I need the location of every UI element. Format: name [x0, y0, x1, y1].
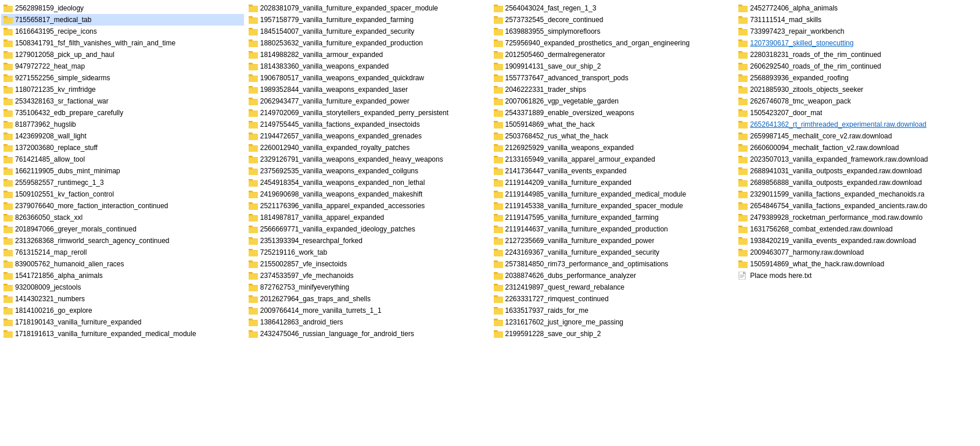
list-item[interactable]: 947972722_heat_map: [1, 60, 244, 72]
list-item[interactable]: 2652641362_rt_rimthreaded_experimental.r…: [736, 119, 979, 130]
list-item[interactable]: 2018947066_greyer_morals_continued: [1, 223, 244, 235]
list-item[interactable]: 2260012940_vanilla_expanded_royalty_patc…: [246, 142, 489, 154]
list-item[interactable]: 761315214_map_reroll: [1, 247, 244, 258]
list-item[interactable]: 839005762_humanoid_alien_races: [1, 258, 244, 270]
list-item[interactable]: 1957158779_vanilla_furniture_expanded_fa…: [246, 14, 489, 26]
list-item[interactable]: 1505423207_door_mat: [736, 107, 979, 119]
list-item[interactable]: 2119144637_vanilla_furniture_expanded_pr…: [491, 223, 734, 235]
list-item[interactable]: 731111514_mad_skills: [736, 14, 979, 26]
list-item[interactable]: 761421485_allow_tool: [1, 154, 244, 165]
list-item[interactable]: 2263331727_rimquest_continued: [491, 293, 734, 305]
list-item[interactable]: 2062943477_vanilla_furniture_expanded_po…: [246, 95, 489, 107]
list-item[interactable]: 2194472657_vanilla_weapons_expanded_gren…: [246, 130, 489, 142]
list-item[interactable]: 1557737647_advanced_transport_pods: [491, 72, 734, 84]
list-item[interactable]: 2543371889_enable_oversized_weapons: [491, 107, 734, 119]
list-item[interactable]: 2007061826_vgp_vegetable_garden: [491, 95, 734, 107]
list-item[interactable]: 2243169367_vanilla_furniture_expanded_se…: [491, 247, 734, 258]
list-item[interactable]: 2141736447_vanilla_events_expanded: [491, 165, 734, 177]
list-item[interactable]: 1814987817_vanilla_apparel_expanded: [246, 212, 489, 223]
list-item[interactable]: 2374533597_vfe_mechanoids: [246, 270, 489, 281]
list-item[interactable]: 2568893936_expanded_roofing: [736, 72, 979, 84]
list-item[interactable]: 1989352844_vanilla_weapons_expanded_lase…: [246, 84, 489, 95]
list-item[interactable]: 2155002857_vfe_insectoids: [246, 258, 489, 270]
list-item[interactable]: 2046222331_trader_ships: [491, 84, 734, 95]
list-item[interactable]: 2654846754_vanilla_factions_expanded_anc…: [736, 200, 979, 212]
list-item[interactable]: 2119144209_vanilla_furniture_expanded: [491, 177, 734, 188]
list-item[interactable]: 1541721856_alpha_animals: [1, 270, 244, 281]
list-item[interactable]: 733997423_repair_workbench: [736, 26, 979, 37]
list-item[interactable]: 2028381079_vanilla_furniture_expanded_sp…: [246, 2, 489, 14]
list-item[interactable]: 2534328163_sr_factional_war: [1, 95, 244, 107]
list-item[interactable]: 1616643195_recipe_icons: [1, 26, 244, 37]
list-item[interactable]: 2149702069_vanilla_storytellers_expanded…: [246, 107, 489, 119]
list-item[interactable]: 2689856888_vanilla_outposts_expanded.raw…: [736, 177, 979, 188]
list-item[interactable]: 2688941031_vanilla_outposts_expanded.raw…: [736, 165, 979, 177]
list-item[interactable]: 2452772406_alpha_animals: [736, 2, 979, 14]
list-item[interactable]: 1505914869_what_the_hack.raw.download: [736, 258, 979, 270]
list-item[interactable]: 1505914869_what_the_hack: [491, 119, 734, 130]
list-item[interactable]: 1180721235_kv_rimfridge: [1, 84, 244, 95]
list-item[interactable]: 2199591228_save_our_ship_2: [491, 328, 734, 340]
list-item[interactable]: 2573814850_rim73_performance_and_optimis…: [491, 258, 734, 270]
list-item[interactable]: 9271552256_simple_sidearms: [1, 72, 244, 84]
list-item[interactable]: 2126925929_vanilla_weapons_expanded: [491, 142, 734, 154]
list-item[interactable]: 1906780517_vanilla_weapons_expanded_quic…: [246, 72, 489, 84]
list-item[interactable]: 2503768452_rus_what_the_hack: [491, 130, 734, 142]
list-item[interactable]: 2454918354_vanilla_weapons_expanded_non_…: [246, 177, 489, 188]
list-item[interactable]: 2021885930_zitools_objects_seeker: [736, 84, 979, 95]
list-item[interactable]: 2479389928_rocketman_performance_mod.raw…: [736, 212, 979, 223]
list-item[interactable]: 2562898159_ideology: [1, 2, 244, 14]
list-item[interactable]: 2559582557_runtimegc_1_3: [1, 177, 244, 188]
list-item[interactable]: 1909914131_save_our_ship_2: [491, 60, 734, 72]
list-item[interactable]: 2626746078_tmc_weapon_pack: [736, 95, 979, 107]
list-item[interactable]: 1423699208_wall_light: [1, 130, 244, 142]
list-item[interactable]: 2432475046_russian_language_for_android_…: [246, 328, 489, 340]
list-item[interactable]: 1386412863_android_tiers: [246, 316, 489, 328]
list-item[interactable]: 1880253632_vanilla_furniture_expanded_pr…: [246, 37, 489, 49]
list-item[interactable]: 2312419897_quest_reward_rebalance: [491, 281, 734, 293]
list-item[interactable]: 1207390617_skilled_stonecutting: [736, 37, 979, 49]
list-item[interactable]: 2566669771_vanilla_expanded_ideology_pat…: [246, 223, 489, 235]
list-item[interactable]: 1508341791_fsf_filth_vanishes_with_rain_…: [1, 37, 244, 49]
list-item[interactable]: 2375692535_vanilla_weapons_expanded_coil…: [246, 165, 489, 177]
list-item[interactable]: 2521176396_vanilla_apparel_expanded_acce…: [246, 200, 489, 212]
list-item[interactable]: 872762753_minifyeverything: [246, 281, 489, 293]
list-item[interactable]: 1414302321_numbers: [1, 293, 244, 305]
list-item[interactable]: 2009766414_more_vanilla_turrets_1_1: [246, 305, 489, 316]
list-item[interactable]: 1718191613_vanilla_furniture_expanded_me…: [1, 328, 244, 340]
list-item[interactable]: 2119147595_vanilla_furniture_expanded_fa…: [491, 212, 734, 223]
list-item[interactable]: 2119145338_vanilla_furniture_expanded_sp…: [491, 200, 734, 212]
list-item[interactable]: 2419690698_vanilla_weapons_expanded_make…: [246, 188, 489, 200]
list-item[interactable]: 1814988282_vanilla_armour_expanded: [246, 49, 489, 60]
list-item[interactable]: 1845154007_vanilla_furniture_expanded_se…: [246, 26, 489, 37]
list-item[interactable]: Place mods here.txt: [736, 270, 979, 281]
list-item[interactable]: 2012627964_gas_traps_and_shells: [246, 293, 489, 305]
list-item[interactable]: 2313268368_rimworld_search_agency_contin…: [1, 235, 244, 247]
list-item[interactable]: 932008009_jecstools: [1, 281, 244, 293]
list-item[interactable]: 1639883955_simplymorefloors: [491, 26, 734, 37]
list-item[interactable]: 1938420219_vanilla_events_expanded.raw.d…: [736, 235, 979, 247]
list-item[interactable]: 1814100216_go_explore: [1, 305, 244, 316]
list-item[interactable]: 1631756268_combat_extended.raw.download: [736, 223, 979, 235]
list-item[interactable]: 1372003680_replace_stuff: [1, 142, 244, 154]
list-item[interactable]: 2329126791_vanilla_weapons_expanded_heav…: [246, 154, 489, 165]
list-item[interactable]: 1814383360_vanilla_weapons_expanded: [246, 60, 489, 72]
list-item[interactable]: 725956940_expanded_prosthetics_and_organ…: [491, 37, 734, 49]
list-item[interactable]: 2038874626_dubs_performance_analyzer: [491, 270, 734, 281]
list-item[interactable]: 735106432_edb_prepare_carefully: [1, 107, 244, 119]
list-item[interactable]: 1662119905_dubs_mint_minimap: [1, 165, 244, 177]
list-item[interactable]: 2329011599_vanilla_factions_expanded_mec…: [736, 188, 979, 200]
list-item[interactable]: 2659987145_mechalit_core_v2.raw.download: [736, 130, 979, 142]
list-item[interactable]: 1231617602_just_ignore_me_passing: [491, 316, 734, 328]
list-item[interactable]: 2009463077_harmony.raw.download: [736, 247, 979, 258]
list-item[interactable]: 2119144985_vanilla_furniture_expanded_me…: [491, 188, 734, 200]
list-item[interactable]: 1509102551_kv_faction_control: [1, 188, 244, 200]
list-item[interactable]: 2379076640_more_faction_interaction_cont…: [1, 200, 244, 212]
list-item[interactable]: 2012505460_dermalregenerator: [491, 49, 734, 60]
list-item[interactable]: 2127235669_vanilla_furniture_expanded_po…: [491, 235, 734, 247]
list-item[interactable]: 715565817_medical_tab: [1, 14, 244, 26]
list-item[interactable]: 725219116_work_tab: [246, 247, 489, 258]
list-item[interactable]: 2133165949_vanilla_apparel_armour_expand…: [491, 154, 734, 165]
list-item[interactable]: 2280318231_roads_of_the_rim_continued: [736, 49, 979, 60]
list-item[interactable]: 2351393394_researchpal_forked: [246, 235, 489, 247]
